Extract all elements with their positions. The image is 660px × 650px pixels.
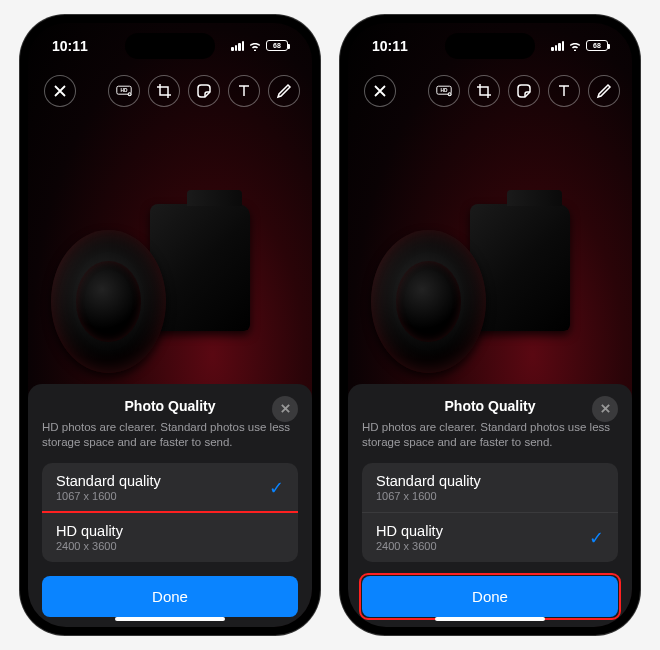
crop-icon bbox=[156, 83, 172, 99]
done-label: Done bbox=[152, 588, 188, 605]
sheet-close-button[interactable] bbox=[272, 396, 298, 422]
option-label: Standard quality bbox=[56, 473, 161, 489]
wifi-icon bbox=[248, 40, 262, 51]
signal-icon bbox=[231, 41, 244, 51]
status-time: 10:11 bbox=[52, 38, 88, 54]
signal-icon bbox=[551, 41, 564, 51]
draw-button[interactable] bbox=[588, 75, 620, 107]
sticker-icon bbox=[516, 83, 532, 99]
sheet-description: HD photos are clearer. Standard photos u… bbox=[362, 420, 618, 451]
text-icon bbox=[236, 83, 252, 99]
edit-toolbar: HD bbox=[40, 75, 300, 107]
crop-icon bbox=[476, 83, 492, 99]
option-label: HD quality bbox=[376, 523, 443, 539]
option-resolution: 2400 x 3600 bbox=[376, 540, 443, 552]
option-standard[interactable]: Standard quality 1067 x 1600 ✓ bbox=[42, 463, 298, 513]
phone-left: 10:11 68 HD bbox=[20, 15, 320, 635]
close-button[interactable] bbox=[44, 75, 76, 107]
option-label: HD quality bbox=[56, 523, 123, 539]
battery-icon: 68 bbox=[266, 40, 288, 51]
camera-subject bbox=[51, 204, 250, 373]
close-icon bbox=[600, 403, 611, 414]
screen: 10:11 68 HD bbox=[348, 23, 632, 627]
screen: 10:11 68 HD bbox=[28, 23, 312, 627]
dynamic-island bbox=[445, 33, 535, 59]
draw-button[interactable] bbox=[268, 75, 300, 107]
done-button[interactable]: Done bbox=[42, 576, 298, 617]
battery-icon: 68 bbox=[586, 40, 608, 51]
hd-button[interactable]: HD bbox=[108, 75, 140, 107]
home-indicator[interactable] bbox=[435, 617, 545, 621]
crop-button[interactable] bbox=[468, 75, 500, 107]
option-hd[interactable]: HD quality 2400 x 3600 ✓ bbox=[362, 513, 618, 562]
option-standard[interactable]: Standard quality 1067 x 1600 bbox=[362, 463, 618, 513]
option-label: Standard quality bbox=[376, 473, 481, 489]
sheet-close-button[interactable] bbox=[592, 396, 618, 422]
hd-icon: HD bbox=[116, 83, 132, 99]
status-right: 68 bbox=[551, 40, 608, 51]
done-button[interactable]: Done bbox=[362, 576, 618, 617]
close-icon bbox=[372, 83, 388, 99]
svg-text:HD: HD bbox=[121, 88, 128, 93]
close-button[interactable] bbox=[364, 75, 396, 107]
wifi-icon bbox=[568, 40, 582, 51]
quality-sheet: Photo Quality HD photos are clearer. Sta… bbox=[28, 384, 312, 627]
checkmark-icon: ✓ bbox=[589, 527, 604, 549]
option-hd[interactable]: HD quality 2400 x 3600 bbox=[42, 513, 298, 562]
hd-icon: HD bbox=[436, 83, 452, 99]
sheet-description: HD photos are clearer. Standard photos u… bbox=[42, 420, 298, 451]
text-button[interactable] bbox=[548, 75, 580, 107]
sheet-title: Photo Quality bbox=[445, 398, 536, 414]
option-resolution: 1067 x 1600 bbox=[56, 490, 161, 502]
draw-icon bbox=[276, 83, 292, 99]
draw-icon bbox=[596, 83, 612, 99]
quality-options: Standard quality 1067 x 1600 ✓ HD qualit… bbox=[42, 463, 298, 562]
sheet-title: Photo Quality bbox=[125, 398, 216, 414]
home-indicator[interactable] bbox=[115, 617, 225, 621]
crop-button[interactable] bbox=[148, 75, 180, 107]
camera-subject bbox=[371, 204, 570, 373]
sticker-icon bbox=[196, 83, 212, 99]
quality-sheet: Photo Quality HD photos are clearer. Sta… bbox=[348, 384, 632, 627]
close-icon bbox=[52, 83, 68, 99]
sticker-button[interactable] bbox=[188, 75, 220, 107]
quality-options: Standard quality 1067 x 1600 HD quality … bbox=[362, 463, 618, 562]
edit-toolbar: HD bbox=[360, 75, 620, 107]
phone-right: 10:11 68 HD bbox=[340, 15, 640, 635]
text-button[interactable] bbox=[228, 75, 260, 107]
hd-button[interactable]: HD bbox=[428, 75, 460, 107]
close-icon bbox=[280, 403, 291, 414]
status-time: 10:11 bbox=[372, 38, 408, 54]
option-resolution: 1067 x 1600 bbox=[376, 490, 481, 502]
option-resolution: 2400 x 3600 bbox=[56, 540, 123, 552]
svg-text:HD: HD bbox=[441, 88, 448, 93]
status-right: 68 bbox=[231, 40, 288, 51]
checkmark-icon: ✓ bbox=[269, 477, 284, 499]
text-icon bbox=[556, 83, 572, 99]
dynamic-island bbox=[125, 33, 215, 59]
sticker-button[interactable] bbox=[508, 75, 540, 107]
done-label: Done bbox=[472, 588, 508, 605]
